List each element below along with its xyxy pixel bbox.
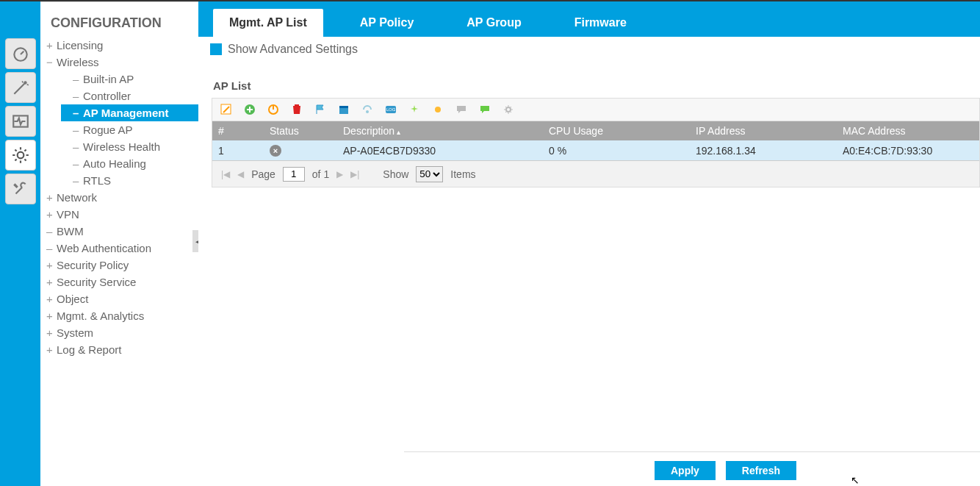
page-size-select[interactable]: 50 bbox=[416, 166, 443, 182]
cell-description: AP-A0E4CB7D9330 bbox=[337, 145, 543, 157]
last-page-icon[interactable]: ▶| bbox=[350, 169, 359, 179]
log-icon[interactable]: LOG bbox=[384, 103, 397, 116]
delete-icon[interactable] bbox=[290, 103, 303, 116]
divider bbox=[404, 451, 980, 452]
svg-line-1 bbox=[21, 51, 24, 54]
show-advanced-settings[interactable]: Show Advanced Settings bbox=[198, 37, 980, 62]
flag-icon[interactable] bbox=[314, 103, 327, 116]
tools-rail-button[interactable] bbox=[5, 174, 36, 204]
cell-ip: 192.168.1.34 bbox=[690, 145, 837, 157]
svg-point-4 bbox=[17, 152, 24, 159]
cursor-icon: ↖ bbox=[851, 474, 860, 486]
sidebar-item-mgmt-analytics[interactable]: Mgmt. & Analytics bbox=[40, 307, 198, 324]
first-page-icon[interactable]: |◀ bbox=[221, 169, 230, 179]
tabs-strip: Mgmt. AP ListAP PolicyAP GroupFirmware bbox=[198, 1, 980, 37]
sidebar-item-rogue-ap[interactable]: Rogue AP bbox=[61, 121, 198, 138]
dashboard-rail-button[interactable] bbox=[5, 38, 36, 69]
sidebar-item-web-authentication[interactable]: –Web Authentication bbox=[40, 240, 198, 257]
add-icon[interactable] bbox=[243, 103, 256, 116]
edit-icon[interactable] bbox=[220, 103, 233, 116]
grid-icon bbox=[210, 43, 222, 55]
sparkle-icon[interactable] bbox=[408, 103, 421, 116]
cell-cpu: 0 % bbox=[543, 145, 690, 157]
tools-icon bbox=[11, 179, 30, 199]
table-row[interactable]: 1×AP-A0E4CB7D93300 %192.168.1.34A0:E4:CB… bbox=[212, 140, 979, 161]
configuration-rail-button[interactable] bbox=[5, 140, 36, 171]
sidebar-item-auto-healing[interactable]: Auto Healing bbox=[61, 155, 198, 172]
section-title: AP List bbox=[198, 62, 980, 98]
main-content: Mgmt. AP ListAP PolicyAP GroupFirmware S… bbox=[198, 1, 980, 486]
power-icon[interactable] bbox=[267, 103, 280, 116]
svg-point-12 bbox=[366, 110, 369, 113]
monitor-rail-button[interactable] bbox=[5, 106, 36, 137]
sidebar-item-wireless-health[interactable]: Wireless Health bbox=[61, 138, 198, 155]
col-status[interactable]: Status bbox=[264, 125, 337, 137]
col-index[interactable]: # bbox=[212, 125, 264, 137]
col-cpu[interactable]: CPU Usage bbox=[543, 125, 690, 137]
left-rail bbox=[0, 1, 40, 486]
svg-point-16 bbox=[506, 107, 511, 112]
page-input[interactable] bbox=[283, 167, 305, 182]
sidebar: CONFIGURATION LicensingWirelessBuilt-in … bbox=[40, 1, 198, 486]
page-label: Page bbox=[251, 168, 275, 180]
svg-rect-11 bbox=[339, 106, 348, 108]
cell-status: × bbox=[264, 144, 337, 157]
show-label: Show bbox=[383, 168, 408, 180]
sidebar-item-rtls[interactable]: RTLS bbox=[61, 172, 198, 189]
sidebar-item-ap-management[interactable]: AP Management bbox=[61, 104, 198, 121]
gauge-icon bbox=[11, 44, 30, 63]
sidebar-title: CONFIGURATION bbox=[40, 2, 198, 37]
col-mac[interactable]: MAC Address bbox=[837, 125, 979, 137]
sidebar-item-object[interactable]: Object bbox=[40, 290, 198, 307]
gear-small-icon[interactable] bbox=[502, 103, 515, 116]
cell-index: 1 bbox=[212, 145, 264, 157]
sidebar-item-log-report[interactable]: Log & Report bbox=[40, 341, 198, 358]
sidebar-item-vpn[interactable]: VPN bbox=[40, 206, 198, 223]
comment-grey-icon[interactable] bbox=[455, 103, 468, 116]
sidebar-item-controller[interactable]: Controller bbox=[61, 87, 198, 104]
signal-icon[interactable] bbox=[361, 103, 374, 116]
calendar-icon[interactable] bbox=[337, 103, 350, 116]
apply-button[interactable]: Apply bbox=[655, 461, 716, 480]
pulse-icon bbox=[11, 112, 30, 131]
tab-mgmt-ap-list[interactable]: Mgmt. AP List bbox=[213, 9, 323, 37]
sidebar-item-security-policy[interactable]: Security Policy bbox=[40, 257, 198, 274]
col-ip[interactable]: IP Address bbox=[690, 125, 837, 137]
wizard-rail-button[interactable] bbox=[5, 72, 36, 103]
sidebar-item-built-in-ap[interactable]: Built-in AP bbox=[61, 71, 198, 87]
grid-header: # Status Description CPU Usage IP Addres… bbox=[212, 121, 979, 140]
wand-icon bbox=[11, 78, 30, 97]
svg-point-15 bbox=[435, 107, 441, 112]
sidebar-item-licensing[interactable]: Licensing bbox=[40, 37, 198, 54]
ap-list-grid: # Status Description CPU Usage IP Addres… bbox=[212, 121, 980, 161]
sidebar-item-bwm[interactable]: –BWM bbox=[40, 223, 198, 240]
prev-page-icon[interactable]: ◀ bbox=[237, 169, 244, 179]
tab-ap-policy[interactable]: AP Policy bbox=[344, 9, 430, 37]
cell-mac: A0:E4:CB:7D:93:30 bbox=[837, 145, 979, 157]
grid-toolbar: LOG bbox=[212, 98, 980, 121]
comment-green-icon[interactable] bbox=[478, 103, 491, 116]
page-of: of 1 bbox=[312, 168, 329, 180]
sidebar-item-security-service[interactable]: Security Service bbox=[40, 274, 198, 290]
gear-icon bbox=[11, 146, 30, 165]
footer-buttons: Apply Refresh bbox=[655, 461, 796, 480]
tab-ap-group[interactable]: AP Group bbox=[450, 9, 537, 37]
svg-point-2 bbox=[24, 81, 26, 84]
svg-rect-9 bbox=[295, 104, 299, 106]
sidebar-item-network[interactable]: Network bbox=[40, 189, 198, 206]
next-page-icon[interactable]: ▶ bbox=[336, 169, 343, 179]
sidebar-item-system[interactable]: System bbox=[40, 324, 198, 341]
sidebar-item-wireless[interactable]: Wireless bbox=[40, 54, 198, 71]
items-label: Items bbox=[450, 168, 475, 180]
adv-settings-label: Show Advanced Settings bbox=[228, 43, 358, 56]
sun-icon[interactable] bbox=[431, 103, 444, 116]
svg-text:LOG: LOG bbox=[386, 107, 396, 112]
grid-pager: |◀ ◀ Page of 1 ▶ ▶| Show 50 Items bbox=[212, 161, 980, 187]
tab-firmware[interactable]: Firmware bbox=[558, 9, 643, 37]
col-description[interactable]: Description bbox=[337, 125, 543, 137]
refresh-button[interactable]: Refresh bbox=[726, 461, 796, 480]
status-offline-icon: × bbox=[270, 145, 281, 157]
